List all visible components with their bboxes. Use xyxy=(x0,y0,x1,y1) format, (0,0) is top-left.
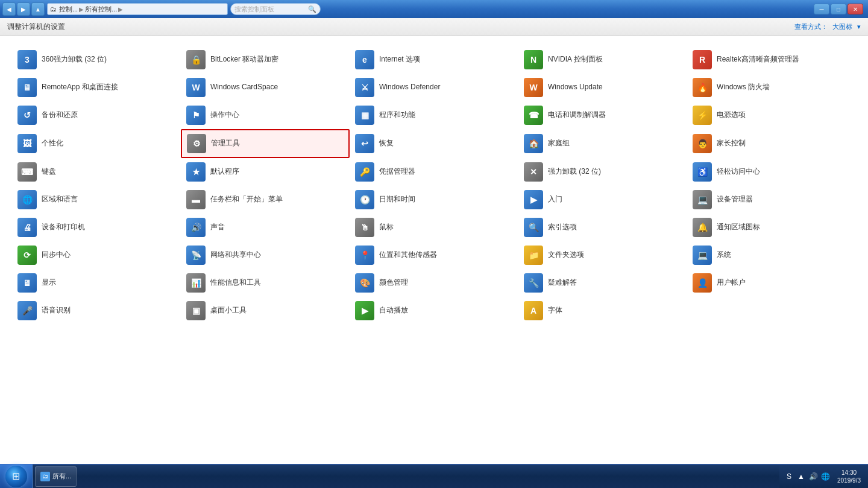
item-icon: ⚑ xyxy=(186,106,206,125)
item-icon: 👤 xyxy=(693,273,712,293)
taskbar-clock[interactable]: 14:30 2019/9/3 xyxy=(835,469,863,484)
item-label: 系统 xyxy=(717,250,731,260)
item-icon: 🌐 xyxy=(17,190,37,209)
control-item[interactable]: ▶入门 xyxy=(518,186,687,214)
back-button[interactable]: ◀ xyxy=(2,2,16,16)
control-item[interactable]: ✕强力卸载 (32 位) xyxy=(518,158,687,186)
control-item[interactable]: 💻系统 xyxy=(687,241,856,269)
control-item[interactable]: eInternet 选项 xyxy=(350,46,518,74)
tray-icon-1[interactable]: S xyxy=(784,472,794,481)
toolbar: 调整计算机的设置 查看方式： 大图标 ▾ xyxy=(0,18,868,36)
control-item[interactable]: 📊性能信息和工具 xyxy=(181,269,350,297)
control-item[interactable]: ⚡电源选项 xyxy=(687,101,856,129)
control-item[interactable]: WWindows Update xyxy=(518,74,687,101)
control-item[interactable]: ▶自动播放 xyxy=(350,297,518,325)
item-icon: 💻 xyxy=(693,190,712,209)
item-icon: 🔍 xyxy=(524,218,543,237)
item-label: Windows CardSpace xyxy=(210,83,278,92)
control-item[interactable]: 💻设备管理器 xyxy=(687,186,856,214)
view-options[interactable]: 查看方式： 大图标 ▾ xyxy=(794,22,861,31)
control-item[interactable]: 🖱鼠标 xyxy=(350,214,518,241)
control-item[interactable]: ⟳同步中心 xyxy=(12,241,181,269)
control-item[interactable]: ↩恢复 xyxy=(350,129,518,158)
control-item[interactable]: ▦程序和功能 xyxy=(350,101,518,129)
control-item[interactable]: 🎤语音识别 xyxy=(12,297,181,325)
control-item[interactable]: ⚙管理工具 xyxy=(181,129,350,158)
control-item[interactable]: 👨家长控制 xyxy=(687,129,856,158)
control-item[interactable]: 🖥显示 xyxy=(12,269,181,297)
control-item[interactable]: ★默认程序 xyxy=(181,158,350,186)
control-item[interactable]: 🌐区域和语言 xyxy=(12,186,181,214)
control-item[interactable]: 🖨设备和打印机 xyxy=(12,214,181,241)
item-icon: 💻 xyxy=(693,246,712,265)
control-item[interactable]: 3360强力卸载 (32 位) xyxy=(12,46,181,74)
item-label: 家长控制 xyxy=(717,139,746,148)
tray-icon-volume[interactable]: 🔊 xyxy=(808,472,818,481)
control-item[interactable]: 🖼个性化 xyxy=(12,129,181,158)
control-item[interactable]: ♿轻松访问中心 xyxy=(687,158,856,186)
control-item[interactable]: 🔒BitLocker 驱动器加密 xyxy=(181,46,350,74)
control-item[interactable]: 📍位置和其他传感器 xyxy=(350,241,518,269)
taskbar-program-item[interactable]: 🗂 所有... xyxy=(35,466,77,487)
forward-button[interactable]: ▶ xyxy=(17,2,30,16)
address-bar[interactable]: 🗂 控制... ▶ 所有控制... ▶ xyxy=(47,3,228,15)
search-box[interactable]: 搜索控制面板 🔍 xyxy=(230,3,321,15)
control-item[interactable]: 🔥Windows 防火墙 xyxy=(687,74,856,101)
control-item[interactable]: 🔔通知区域图标 xyxy=(687,214,856,241)
taskbar-right: S ▲ 🔊 🌐 14:30 2019/9/3 xyxy=(779,464,868,488)
control-item[interactable]: 🔊声音 xyxy=(181,214,350,241)
item-label: 字体 xyxy=(548,306,562,315)
maximize-button[interactable]: □ xyxy=(831,4,846,14)
breadcrumb-item-2[interactable]: 所有控制... xyxy=(85,5,117,14)
control-item[interactable]: ↺备份和还原 xyxy=(12,101,181,129)
control-item[interactable]: ▣桌面小工具 xyxy=(181,297,350,325)
view-current[interactable]: 大图标 xyxy=(832,22,852,31)
close-button[interactable]: ✕ xyxy=(848,4,863,14)
clock-date: 2019/9/3 xyxy=(837,477,861,484)
up-button[interactable]: ▲ xyxy=(31,2,45,16)
tray-icon-2[interactable]: ▲ xyxy=(796,472,806,481)
item-icon: 🕐 xyxy=(355,190,374,209)
control-item[interactable]: 📡网络和共享中心 xyxy=(181,241,350,269)
control-item[interactable]: 🏠家庭组 xyxy=(518,129,687,158)
control-item[interactable]: WWindows CardSpace xyxy=(181,74,350,101)
tray-icon-network[interactable]: 🌐 xyxy=(820,472,830,481)
start-button[interactable] xyxy=(0,464,33,489)
item-icon: 🔑 xyxy=(355,162,374,182)
control-item[interactable]: A字体 xyxy=(518,297,687,325)
item-icon: 🔥 xyxy=(693,78,712,97)
control-item[interactable]: ☎电话和调制解调器 xyxy=(518,101,687,129)
breadcrumb-item-1[interactable]: 控制... xyxy=(59,5,78,14)
item-icon: 🖼 xyxy=(17,134,37,153)
start-orb[interactable] xyxy=(5,466,27,487)
control-item[interactable]: 🔍索引选项 xyxy=(518,214,687,241)
control-item[interactable]: 🕐日期和时间 xyxy=(350,186,518,214)
control-item[interactable]: 🔧疑难解答 xyxy=(518,269,687,297)
titlebar-controls: ─ □ ✕ xyxy=(814,4,863,14)
control-item[interactable]: ⚑操作中心 xyxy=(181,101,350,129)
item-icon: 📊 xyxy=(186,273,206,293)
control-item[interactable]: ⌨键盘 xyxy=(12,158,181,186)
control-item[interactable]: NNVIDIA 控制面板 xyxy=(518,46,687,74)
item-icon: ★ xyxy=(186,162,206,182)
item-icon: 🔔 xyxy=(693,218,712,237)
control-item[interactable]: 👤用户帐户 xyxy=(687,269,856,297)
item-icon: 3 xyxy=(17,50,37,69)
item-icon: ↩ xyxy=(355,134,374,153)
control-item[interactable]: 🖥RemoteApp 和桌面连接 xyxy=(12,74,181,101)
nav-buttons: ◀ ▶ ▲ xyxy=(2,2,45,16)
control-item[interactable]: 🔑凭据管理器 xyxy=(350,158,518,186)
control-item[interactable]: ⚔Windows Defender xyxy=(350,74,518,101)
item-label: 同步中心 xyxy=(42,250,71,260)
control-item[interactable]: 🎨颜色管理 xyxy=(350,269,518,297)
view-arrow[interactable]: ▾ xyxy=(857,23,861,31)
item-label: BitLocker 驱动器加密 xyxy=(210,55,278,65)
control-item[interactable]: ▬任务栏和「开始」菜单 xyxy=(181,186,350,214)
control-item[interactable]: RRealtek高清晰音频管理器 xyxy=(687,46,856,74)
item-label: 程序和功能 xyxy=(379,110,415,120)
item-label: 轻松访问中心 xyxy=(717,167,760,177)
control-item[interactable]: 📁文件夹选项 xyxy=(518,241,687,269)
item-icon: ⚔ xyxy=(355,78,374,97)
minimize-button[interactable]: ─ xyxy=(814,4,829,14)
item-icon: 🖱 xyxy=(355,218,374,237)
